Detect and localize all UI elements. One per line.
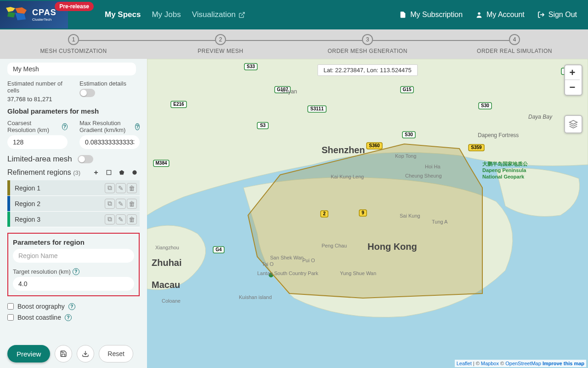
help-icon[interactable]: ? [73, 268, 79, 275]
svg-text:S3111: S3111 [311, 106, 324, 111]
edit-icon[interactable]: ✎ [116, 214, 126, 224]
add-region-icon[interactable] [91, 167, 101, 178]
svg-text:Dapeng Fortress: Dapeng Fortress [478, 132, 519, 138]
topbar: CPAS ClusterTech Pre-release My Specs My… [0, 0, 588, 29]
svg-text:2: 2 [323, 211, 326, 216]
nav-subscription[interactable]: My Subscription [399, 11, 463, 19]
region-row[interactable]: Region 1⧉✎🗑 [7, 180, 140, 196]
edit-icon[interactable]: ✎ [116, 199, 126, 209]
svg-text:S33: S33 [247, 64, 255, 69]
nav-my-jobs[interactable]: My Jobs [152, 10, 181, 19]
svg-text:Hong Kong: Hong Kong [368, 242, 417, 252]
external-link-icon [238, 12, 245, 18]
circle-draw-icon[interactable] [130, 167, 140, 178]
content: My Mesh Estimated number of cells 37,768… [0, 59, 588, 368]
mesh-name-chip[interactable]: My Mesh [7, 63, 136, 75]
lam-label: Limited-area mesh [7, 155, 72, 164]
region-color-bar [7, 212, 10, 227]
edit-icon[interactable]: ✎ [116, 183, 126, 193]
target-res-label: Target resolution (km) [13, 268, 71, 275]
nav-signout[interactable]: Sign Out [537, 11, 577, 19]
delete-icon[interactable]: 🗑 [127, 199, 137, 209]
lam-toggle[interactable] [78, 155, 93, 163]
logo[interactable]: CPAS ClusterTech Pre-release [0, 1, 68, 29]
step-3[interactable]: 3ORDER MESH GENERATION [294, 34, 441, 54]
svg-text:Daya Bay: Daya Bay [528, 114, 553, 120]
rect-draw-icon[interactable] [104, 167, 114, 178]
target-res-input[interactable] [13, 277, 134, 291]
map[interactable]: Lat: 22.273847, Lon: 113.524475 + − S33 [147, 59, 588, 368]
cells-value: 37,768 to 81,271 [7, 96, 68, 103]
svg-text:M384: M384 [155, 161, 167, 166]
help-icon[interactable]: ? [65, 314, 72, 321]
layers-icon [569, 120, 578, 129]
preview-button[interactable]: Preview [7, 345, 50, 362]
region-row[interactable]: Region 2⧉✎🗑 [7, 196, 140, 212]
region-name: Region 2 [15, 200, 105, 207]
help-icon[interactable]: ? [62, 123, 68, 130]
delete-icon[interactable]: 🗑 [127, 183, 137, 193]
prerelease-badge: Pre-release [55, 2, 94, 11]
svg-marker-9 [119, 170, 124, 175]
global-header: Global parameters for mesh [7, 107, 140, 115]
boost-coastline-checkbox[interactable] [7, 314, 14, 321]
duplicate-icon[interactable]: ⧉ [105, 183, 115, 193]
region-name: Region 1 [15, 184, 105, 192]
maxgrad-input[interactable] [79, 135, 140, 149]
nav-my-specs[interactable]: My Specs [105, 10, 141, 19]
svg-text:Pui O: Pui O [302, 258, 315, 263]
region-name-input[interactable] [13, 249, 134, 263]
help-icon[interactable]: ? [68, 303, 75, 310]
svg-text:Kuishan island: Kuishan island [239, 294, 272, 300]
details-toggle[interactable] [79, 89, 95, 97]
svg-text:S3: S3 [260, 123, 266, 128]
nav-account[interactable]: My Account [475, 11, 525, 19]
improve-map-link[interactable]: Improve this map [543, 361, 584, 366]
boost-orography-label: Boost orography [17, 303, 65, 310]
svg-text:Tai O: Tai O [262, 261, 274, 267]
svg-text:Lantau South Country Park: Lantau South Country Park [257, 270, 318, 276]
svg-point-10 [132, 170, 136, 174]
coarsest-input[interactable] [7, 135, 68, 149]
mapbox-link[interactable]: Mapbox [481, 361, 499, 366]
boost-orography-checkbox[interactable] [7, 303, 14, 310]
region-list: Region 1⧉✎🗑 Region 2⧉✎🗑 Region 3⧉✎🗑 [7, 180, 140, 227]
zoom-in-button[interactable]: + [565, 65, 580, 80]
step-2[interactable]: 2PREVIEW MESH [147, 34, 294, 54]
layers-button[interactable] [564, 115, 582, 133]
svg-rect-8 [107, 170, 111, 174]
logo-tagline: ClusterTech [32, 17, 57, 22]
svg-text:Tung A: Tung A [432, 219, 448, 224]
save-button[interactable] [55, 345, 72, 362]
delete-icon[interactable]: 🗑 [127, 214, 137, 224]
zoom-out-button[interactable]: − [565, 80, 580, 95]
svg-text:San Shek Wan: San Shek Wan [270, 255, 304, 260]
download-button[interactable] [77, 345, 94, 362]
svg-marker-1 [6, 7, 15, 12]
duplicate-icon[interactable]: ⧉ [105, 214, 115, 224]
nav-visualization[interactable]: Visualization [192, 10, 245, 19]
svg-line-5 [241, 12, 244, 15]
svg-text:Cheung Sheung: Cheung Sheung [405, 173, 442, 178]
svg-text:G4: G4 [215, 247, 222, 252]
step-1[interactable]: 1MESH CUSTOMIZATION [0, 34, 147, 54]
cells-label: Estimated number of cells [7, 80, 68, 94]
svg-point-6 [478, 12, 480, 15]
reset-button[interactable]: Reset [99, 345, 133, 362]
boost-coastline-label: Boost coastline [17, 314, 61, 321]
download-icon [82, 350, 89, 357]
svg-text:S360: S360 [369, 143, 380, 148]
user-icon [475, 11, 483, 18]
polygon-draw-icon[interactable] [117, 167, 127, 178]
osm-link[interactable]: OpenStreetMap [505, 361, 541, 366]
region-row[interactable]: Region 3⧉✎🗑 [7, 212, 140, 227]
svg-text:Shenzhen: Shenzhen [322, 145, 365, 155]
svg-text:S30: S30 [481, 103, 489, 108]
step-4[interactable]: 4ORDER REAL SIMULATION [441, 34, 588, 54]
help-icon[interactable]: ? [135, 123, 140, 130]
duplicate-icon[interactable]: ⧉ [105, 199, 115, 209]
leaflet-link[interactable]: Leaflet [457, 361, 472, 366]
svg-text:Shiyan: Shiyan [280, 88, 297, 95]
svg-marker-2 [15, 7, 27, 14]
zoom-control: + − [564, 64, 582, 96]
